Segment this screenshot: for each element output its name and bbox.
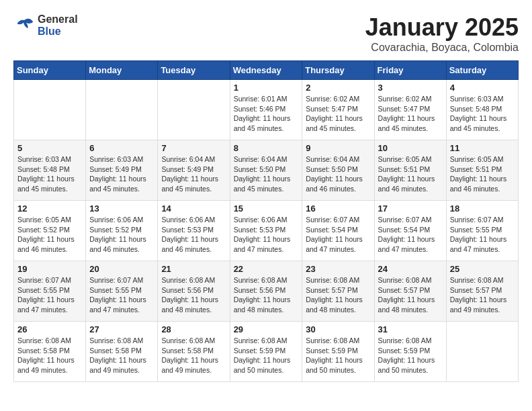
logo: General Blue — [13, 13, 78, 37]
calendar-cell-4-5: 31 Sunrise: 6:08 AM Sunset: 5:59 PM Dayl… — [374, 322, 446, 382]
day-info: Sunrise: 6:06 AM Sunset: 5:53 PM Dayligh… — [161, 215, 226, 255]
calendar-cell-1-3: 8 Sunrise: 6:04 AM Sunset: 5:50 PM Dayli… — [230, 140, 302, 201]
calendar-cell-4-3: 29 Sunrise: 6:08 AM Sunset: 5:59 PM Dayl… — [230, 322, 302, 382]
sunset-text: Sunset: 5:50 PM — [306, 165, 358, 173]
day-number: 10 — [378, 143, 443, 153]
calendar-cell-0-3: 1 Sunrise: 6:01 AM Sunset: 5:46 PM Dayli… — [230, 80, 302, 140]
weekday-monday: Monday — [86, 61, 158, 80]
daylight-text: Daylight: 11 hours and 49 minutes. — [17, 356, 75, 374]
sunset-text: Sunset: 5:53 PM — [161, 226, 214, 234]
sunrise-text: Sunrise: 6:04 AM — [161, 155, 215, 163]
daylight-text: Daylight: 11 hours and 50 minutes. — [234, 356, 291, 374]
calendar-cell-1-5: 10 Sunrise: 6:05 AM Sunset: 5:51 PM Dayl… — [374, 140, 446, 201]
sunrise-text: Sunrise: 6:08 AM — [234, 276, 287, 284]
day-number: 6 — [89, 143, 154, 153]
daylight-text: Daylight: 11 hours and 47 minutes. — [450, 235, 507, 253]
header: General Blue January 2025 Covarachia, Bo… — [13, 13, 519, 54]
sunset-text: Sunset: 5:47 PM — [306, 105, 358, 113]
day-info: Sunrise: 6:08 AM Sunset: 5:58 PM Dayligh… — [17, 336, 82, 375]
day-number: 25 — [450, 264, 515, 274]
calendar-cell-3-0: 19 Sunrise: 6:07 AM Sunset: 5:55 PM Dayl… — [14, 261, 86, 322]
daylight-text: Daylight: 11 hours and 45 minutes. — [234, 175, 291, 193]
day-info: Sunrise: 6:08 AM Sunset: 5:56 PM Dayligh… — [234, 275, 299, 315]
weekday-friday: Friday — [374, 61, 446, 80]
calendar-cell-1-6: 11 Sunrise: 6:05 AM Sunset: 5:51 PM Dayl… — [446, 140, 518, 201]
logo-blue-text: Blue — [38, 26, 61, 37]
daylight-text: Daylight: 11 hours and 46 minutes. — [89, 235, 146, 253]
sunrise-text: Sunrise: 6:01 AM — [234, 95, 287, 103]
month-title: January 2025 — [365, 13, 519, 42]
daylight-text: Daylight: 11 hours and 47 minutes. — [234, 235, 291, 253]
daylight-text: Daylight: 11 hours and 46 minutes. — [17, 235, 75, 253]
day-info: Sunrise: 6:08 AM Sunset: 5:56 PM Dayligh… — [161, 275, 226, 315]
sunrise-text: Sunrise: 6:05 AM — [450, 155, 504, 163]
calendar-cell-4-2: 28 Sunrise: 6:08 AM Sunset: 5:58 PM Dayl… — [158, 322, 230, 382]
daylight-text: Daylight: 11 hours and 48 minutes. — [306, 295, 363, 314]
calendar-cell-0-5: 3 Sunrise: 6:02 AM Sunset: 5:47 PM Dayli… — [374, 80, 446, 140]
sunrise-text: Sunrise: 6:08 AM — [378, 336, 432, 345]
day-number: 11 — [450, 143, 515, 153]
daylight-text: Daylight: 11 hours and 46 minutes. — [378, 175, 435, 193]
weekday-thursday: Thursday — [302, 61, 374, 80]
calendar-cell-0-6: 4 Sunrise: 6:03 AM Sunset: 5:48 PM Dayli… — [446, 80, 518, 140]
day-info: Sunrise: 6:01 AM Sunset: 5:46 PM Dayligh… — [234, 94, 299, 134]
day-info: Sunrise: 6:08 AM Sunset: 5:58 PM Dayligh… — [89, 336, 154, 375]
calendar-cell-3-3: 22 Sunrise: 6:08 AM Sunset: 5:56 PM Dayl… — [230, 261, 302, 322]
daylight-text: Daylight: 11 hours and 46 minutes. — [306, 175, 363, 193]
daylight-text: Daylight: 11 hours and 45 minutes. — [378, 114, 435, 132]
sunrise-text: Sunrise: 6:07 AM — [17, 276, 71, 284]
week-row-2: 5 Sunrise: 6:03 AM Sunset: 5:48 PM Dayli… — [14, 140, 519, 201]
daylight-text: Daylight: 11 hours and 45 minutes. — [89, 175, 146, 193]
sunset-text: Sunset: 5:51 PM — [450, 165, 502, 173]
sunrise-text: Sunrise: 6:08 AM — [306, 336, 359, 345]
daylight-text: Daylight: 11 hours and 50 minutes. — [378, 356, 435, 374]
day-number: 26 — [17, 324, 82, 334]
daylight-text: Daylight: 11 hours and 45 minutes. — [450, 114, 507, 132]
day-info: Sunrise: 6:08 AM Sunset: 5:57 PM Dayligh… — [378, 275, 443, 315]
day-info: Sunrise: 6:03 AM Sunset: 5:48 PM Dayligh… — [450, 94, 515, 134]
day-number: 31 — [378, 324, 443, 334]
calendar-cell-4-6 — [446, 322, 518, 382]
week-row-5: 26 Sunrise: 6:08 AM Sunset: 5:58 PM Dayl… — [14, 322, 519, 382]
day-number: 28 — [161, 324, 226, 334]
calendar-cell-1-1: 6 Sunrise: 6:03 AM Sunset: 5:49 PM Dayli… — [86, 140, 158, 201]
daylight-text: Daylight: 11 hours and 48 minutes. — [161, 295, 218, 314]
calendar-cell-2-1: 13 Sunrise: 6:06 AM Sunset: 5:52 PM Dayl… — [86, 201, 158, 261]
day-info: Sunrise: 6:08 AM Sunset: 5:59 PM Dayligh… — [234, 336, 299, 375]
calendar-cell-3-2: 21 Sunrise: 6:08 AM Sunset: 5:56 PM Dayl… — [158, 261, 230, 322]
daylight-text: Daylight: 11 hours and 47 minutes. — [17, 295, 75, 314]
daylight-text: Daylight: 11 hours and 48 minutes. — [378, 295, 435, 314]
calendar-table: SundayMondayTuesdayWednesdayThursdayFrid… — [13, 60, 519, 382]
day-info: Sunrise: 6:02 AM Sunset: 5:47 PM Dayligh… — [306, 94, 370, 134]
sunset-text: Sunset: 5:48 PM — [17, 165, 70, 173]
day-number: 21 — [161, 264, 226, 274]
title-area: January 2025 Covarachia, Boyaca, Colombi… — [365, 13, 519, 54]
sunrise-text: Sunrise: 6:03 AM — [450, 95, 504, 103]
day-number: 16 — [306, 203, 370, 214]
sunrise-text: Sunrise: 6:05 AM — [17, 216, 71, 224]
day-number: 22 — [234, 264, 299, 274]
sunrise-text: Sunrise: 6:08 AM — [234, 336, 287, 345]
day-number: 15 — [234, 203, 299, 214]
day-info: Sunrise: 6:07 AM Sunset: 5:55 PM Dayligh… — [89, 275, 154, 315]
logo-bird-icon — [13, 15, 35, 36]
sunset-text: Sunset: 5:49 PM — [161, 165, 214, 173]
day-number: 8 — [234, 143, 299, 153]
daylight-text: Daylight: 11 hours and 47 minutes. — [89, 295, 146, 314]
daylight-text: Daylight: 11 hours and 50 minutes. — [306, 356, 363, 374]
sunrise-text: Sunrise: 6:08 AM — [161, 276, 215, 284]
weekday-wednesday: Wednesday — [230, 61, 302, 80]
sunrise-text: Sunrise: 6:03 AM — [89, 155, 143, 163]
sunrise-text: Sunrise: 6:08 AM — [450, 276, 504, 284]
daylight-text: Daylight: 11 hours and 49 minutes. — [89, 356, 146, 374]
sunset-text: Sunset: 5:56 PM — [234, 286, 286, 294]
weekday-header-row: SundayMondayTuesdayWednesdayThursdayFrid… — [14, 61, 519, 80]
day-number: 13 — [89, 203, 154, 214]
calendar-cell-0-2 — [158, 80, 230, 140]
day-number: 4 — [450, 83, 515, 93]
day-info: Sunrise: 6:05 AM Sunset: 5:51 PM Dayligh… — [378, 154, 443, 194]
day-info: Sunrise: 6:08 AM Sunset: 5:58 PM Dayligh… — [161, 336, 226, 375]
week-row-4: 19 Sunrise: 6:07 AM Sunset: 5:55 PM Dayl… — [14, 261, 519, 322]
sunset-text: Sunset: 5:52 PM — [17, 226, 70, 234]
sunrise-text: Sunrise: 6:03 AM — [17, 155, 71, 163]
